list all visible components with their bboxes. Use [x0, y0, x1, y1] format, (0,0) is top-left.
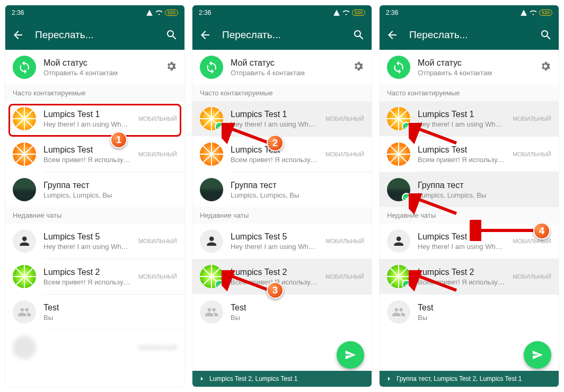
- my-status-sub: Отправить 4 контактам: [43, 69, 158, 77]
- mobile-tag: МОБИЛЬНЫЙ: [138, 115, 177, 122]
- check-icon: [402, 193, 410, 201]
- avatar-person: [13, 229, 36, 253]
- section-recent: Недавние чаты: [5, 207, 184, 224]
- status-settings-button[interactable]: [352, 60, 364, 74]
- avatar-orange: [13, 107, 36, 130]
- selection-bar: Lumpics Test 2, Lumpics Test 1: [192, 371, 372, 387]
- contact-row-2[interactable]: Lumpics Test Всем привет! Я использую Wh…: [5, 137, 184, 172]
- contact-row-3[interactable]: Группа тест Lumpics, Lumpics, Вы: [5, 172, 184, 207]
- phone-screen-2: 2:36 520 Переслать... Мой статусОтправит…: [192, 5, 372, 387]
- check-icon: [402, 280, 410, 288]
- avatar-green: [13, 265, 36, 288]
- contact-row-5[interactable]: Lumpics Test 2 Всем привет! Я использую …: [5, 259, 184, 294]
- back-button[interactable]: [199, 29, 212, 41]
- status-bar: 2:36 520: [192, 5, 372, 20]
- page-title: Переслать...: [35, 29, 155, 41]
- app-bar: Переслать...: [192, 20, 372, 50]
- check-icon: [402, 122, 410, 130]
- contact-row-blur[interactable]: МОБИЛЬНЫЙ: [5, 330, 184, 365]
- phone-screen-3: 2:36 520 Переслать... Мой статусОтправит…: [380, 5, 559, 387]
- avatar-group: [13, 300, 36, 324]
- contact-row-6[interactable]: Test Вы: [5, 295, 184, 329]
- search-button[interactable]: [352, 29, 365, 41]
- status-settings-button[interactable]: [540, 60, 551, 74]
- back-button[interactable]: [386, 29, 399, 41]
- back-button[interactable]: [12, 29, 24, 41]
- selection-bar: Группа тест, Lumpics Test 2, Lumpics Tes…: [380, 371, 559, 387]
- status-settings-button[interactable]: [165, 60, 177, 74]
- send-fab[interactable]: [524, 341, 551, 369]
- avatar-photo: [13, 178, 36, 201]
- clock: 2:36: [12, 9, 24, 16]
- contact-row-4[interactable]: Lumpics Test 5 Hey there! I am using Wha…: [5, 224, 184, 259]
- my-status-row[interactable]: Мой статусОтправить 4 контактам: [380, 50, 559, 85]
- status-avatar: [13, 56, 36, 79]
- contact-row-5-selected[interactable]: Lumpics Test 2Всем привет! Я использую W…: [192, 259, 372, 294]
- avatar-orange2: [13, 142, 36, 166]
- search-button[interactable]: [165, 29, 178, 41]
- check-icon: [215, 122, 223, 130]
- my-status-title: Мой статус: [43, 58, 158, 68]
- search-button[interactable]: [540, 29, 552, 41]
- status-icons: 520: [146, 9, 178, 16]
- app-bar: Переслать...: [5, 20, 184, 50]
- my-status-row[interactable]: Мой статус Отправить 4 контактам: [5, 50, 184, 85]
- check-icon: [215, 280, 223, 288]
- phone-screen-1: 2:36 520 Переслать... Мой статус Отправи…: [5, 5, 184, 387]
- contact-name: Lumpics Test 1: [43, 110, 131, 119]
- contact-status: Hey there! I am using WhatsApp.: [43, 120, 131, 128]
- send-fab[interactable]: [337, 341, 364, 369]
- status-bar: 2:36 520: [5, 5, 184, 20]
- section-frequent: Часто контактируемые: [5, 85, 184, 101]
- contact-row-1-selected[interactable]: Lumpics Test 1Hey there! I am using What…: [192, 101, 372, 136]
- contact-row-1[interactable]: Lumpics Test 1 Hey there! I am using Wha…: [5, 101, 184, 136]
- my-status-row[interactable]: Мой статусОтправить 4 контактам: [192, 50, 372, 85]
